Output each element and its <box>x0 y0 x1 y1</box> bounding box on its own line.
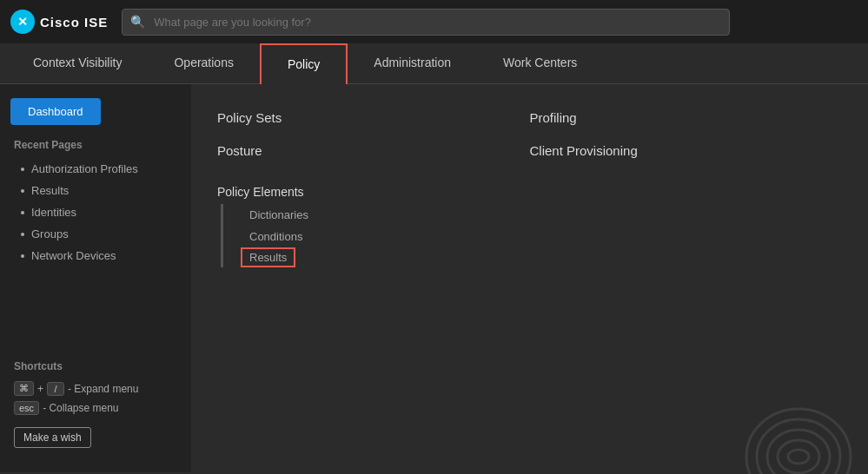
tab-operations[interactable]: Operations <box>148 43 259 83</box>
policy-elements-sub-items: Dictionaries Conditions Results <box>221 204 842 267</box>
dashboard-button[interactable]: Dashboard <box>10 98 101 125</box>
shortcut-collapse: esc - Collapse menu <box>14 401 177 415</box>
tab-administration[interactable]: Administration <box>348 43 477 83</box>
svg-point-4 <box>788 450 809 464</box>
recent-item-results[interactable]: Results <box>0 180 191 201</box>
shortcut-expand: ⌘ + / - Expand menu <box>14 381 177 396</box>
recent-item-authorization-profiles[interactable]: Authorization Profiles <box>0 158 191 180</box>
tab-work-centers[interactable]: Work Centers <box>477 43 603 83</box>
search-bar: 🔍 <box>122 9 730 36</box>
top-bar: ✕ Cisco ISE 🔍 <box>0 0 868 43</box>
results-item[interactable]: Results <box>241 247 295 267</box>
key-cmd: ⌘ <box>14 381 34 396</box>
recent-item-identities[interactable]: Identities <box>0 201 191 223</box>
conditions-item[interactable]: Conditions <box>241 226 842 247</box>
cisco-x-icon: ✕ <box>10 10 35 34</box>
sidebar: Dashboard Recent Pages Authorization Pro… <box>0 84 191 472</box>
tab-policy[interactable]: Policy <box>260 43 348 84</box>
policy-elements-label: Policy Elements <box>217 176 842 204</box>
make-a-wish-button[interactable]: Make a wish <box>14 427 91 448</box>
key-esc: esc <box>14 401 39 415</box>
sidebar-top: Dashboard Recent Pages Authorization Pro… <box>0 98 191 267</box>
shortcuts-area: Shortcuts ⌘ + / - Expand menu esc - Coll… <box>0 350 191 458</box>
recent-item-groups[interactable]: Groups <box>0 223 191 245</box>
shortcuts-title: Shortcuts <box>14 360 177 372</box>
dictionaries-item[interactable]: Dictionaries <box>241 204 842 226</box>
recent-pages-label: Recent Pages <box>0 139 191 158</box>
posture-item[interactable]: Posture <box>217 135 530 168</box>
search-input[interactable] <box>122 9 730 36</box>
nav-tabs: Context Visibility Operations Policy Adm… <box>0 43 868 84</box>
watermark-decoration <box>729 370 868 474</box>
logo-area: ✕ Cisco ISE <box>10 10 108 34</box>
policy-sets-item[interactable]: Policy Sets <box>217 102 530 135</box>
profiling-item[interactable]: Profiling <box>530 102 843 135</box>
client-provisioning-item[interactable]: Client Provisioning <box>530 135 843 168</box>
recent-item-network-devices[interactable]: Network Devices <box>0 245 191 267</box>
key-slash: / <box>47 382 64 396</box>
svg-point-2 <box>767 430 830 474</box>
svg-point-3 <box>778 440 819 473</box>
search-icon: 🔍 <box>130 15 145 29</box>
app-title: Cisco ISE <box>40 15 108 30</box>
tab-context-visibility[interactable]: Context Visibility <box>7 43 148 83</box>
